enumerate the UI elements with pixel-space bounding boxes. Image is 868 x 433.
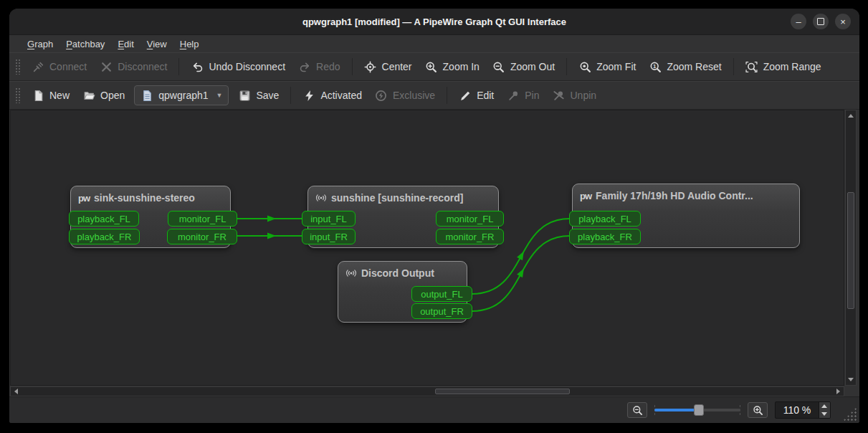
wire-arrowhead-icon <box>517 269 524 278</box>
dropdown-caret-icon[interactable]: ▼ <box>216 92 223 99</box>
activated-icon <box>302 89 315 102</box>
new-icon <box>32 89 44 102</box>
edit-button[interactable]: Edit <box>452 85 500 106</box>
zoom-fit-button[interactable]: Zoom Fit <box>572 56 642 77</box>
new-button[interactable]: New <box>25 85 76 106</box>
wire-arrowhead-icon <box>517 252 524 261</box>
window-controls: –× <box>791 14 851 29</box>
menu-patchbay[interactable]: Patchbay <box>59 37 111 51</box>
spin-up-icon[interactable] <box>819 402 830 410</box>
zoom-in-button[interactable]: Zoom In <box>419 56 486 77</box>
graph-viewport[interactable]: pwsink-sunshine-stereoplayback_FLplaybac… <box>10 110 844 386</box>
port-monitor_FR[interactable]: monitor_FR <box>436 229 504 244</box>
zoom-slider-handle[interactable] <box>694 404 704 416</box>
zoom-in-small-button[interactable] <box>748 402 768 418</box>
zoom-range-button[interactable]: Zoom Range <box>739 56 828 77</box>
menu-help[interactable]: Help <box>173 37 206 51</box>
window-title: qpwgraph1 [modified] — A PipeWire Graph … <box>9 9 859 34</box>
magnifier-plus-icon <box>751 404 764 417</box>
button-label: Save <box>256 90 279 101</box>
patchbay-profile-dropdown-button[interactable]: qpwgraph1▼ <box>134 85 229 105</box>
scroll-down-icon[interactable] <box>848 378 854 381</box>
zoom-out-button[interactable]: Zoom Out <box>486 56 561 77</box>
port-input_FR[interactable]: input_FR <box>302 229 356 244</box>
maximize-button[interactable] <box>813 14 829 29</box>
zoom-fit-icon <box>578 60 591 73</box>
screen: qpwgraph1 [modified] — A PipeWire Graph … <box>0 0 868 433</box>
wire-arrowhead-icon <box>267 216 276 222</box>
open-icon <box>82 89 95 102</box>
toolbar-separator <box>178 58 179 75</box>
button-label: Activated <box>320 90 362 101</box>
connect-button[interactable]: Connect <box>25 56 93 77</box>
port-monitor_FL[interactable]: monitor_FL <box>168 211 237 227</box>
port-monitor_FR[interactable]: monitor_FR <box>167 229 237 244</box>
zoom-spinbox[interactable]: 110 % <box>775 401 831 419</box>
audio-icon <box>315 192 327 204</box>
spin-down-icon[interactable] <box>819 410 830 418</box>
pin-icon <box>507 89 520 102</box>
node-title: Family 17h/19h HD Audio Contr... <box>596 190 753 201</box>
zoom-in-icon <box>425 60 438 73</box>
exclusive-icon <box>375 89 388 102</box>
svg-text:1: 1 <box>653 62 657 69</box>
zoom-out-small-button[interactable] <box>627 402 647 418</box>
port-input_FL[interactable]: input_FL <box>302 211 356 227</box>
zoom-reset-button[interactable]: 1Zoom Reset <box>642 56 728 77</box>
pin-button[interactable]: Pin <box>500 85 545 106</box>
vertical-scrollbar[interactable] <box>845 110 857 386</box>
button-label: Zoom Fit <box>596 61 636 72</box>
redo-button[interactable]: Redo <box>292 56 346 77</box>
magnifier-minus-icon <box>631 404 644 417</box>
port-output_FL[interactable]: output_FL <box>411 286 472 302</box>
scroll-up-icon[interactable] <box>848 114 854 118</box>
close-button[interactable]: × <box>835 14 851 29</box>
button-label: Connect <box>49 61 87 72</box>
button-label: Exclusive <box>393 90 435 101</box>
button-label: Zoom Range <box>763 61 821 72</box>
save-button[interactable]: Save <box>232 85 285 106</box>
center-button[interactable]: Center <box>358 56 419 77</box>
menu-edit[interactable]: Edit <box>111 37 140 51</box>
scroll-right-icon[interactable] <box>836 389 840 394</box>
statusbar: 110 % <box>9 396 859 423</box>
disconnect-button[interactable]: Disconnect <box>93 56 173 77</box>
window-resize-grip[interactable] <box>843 407 857 421</box>
audio-icon <box>345 267 357 279</box>
button-label: New <box>49 90 70 101</box>
zoom-slider[interactable] <box>654 403 740 417</box>
scroll-left-icon[interactable] <box>14 389 18 394</box>
unpin-button[interactable]: Unpin <box>545 85 603 106</box>
toolbar-drag-handle[interactable] <box>15 87 20 103</box>
open-button[interactable]: Open <box>76 85 131 106</box>
button-label: Redo <box>316 61 340 72</box>
toolbar-drag-handle[interactable] <box>15 59 20 75</box>
undo-disconnect-button[interactable]: Undo Disconnect <box>184 56 292 77</box>
titlebar[interactable]: qpwgraph1 [modified] — A PipeWire Graph … <box>9 9 859 35</box>
toolbar-separator <box>290 87 291 104</box>
menu-view[interactable]: View <box>140 37 173 51</box>
port-monitor_FL[interactable]: monitor_FL <box>436 211 504 227</box>
unpin-icon <box>552 89 565 102</box>
horizontal-scrollbar-thumb[interactable] <box>435 389 570 394</box>
port-playback_FL[interactable]: playback_FL <box>69 211 139 227</box>
port-output_FR[interactable]: output_FR <box>411 303 472 319</box>
disconnect-icon <box>100 60 113 73</box>
button-label: Edit <box>477 90 494 101</box>
port-playback_FL[interactable]: playback_FL <box>569 211 641 227</box>
file-icon <box>140 89 153 102</box>
port-playback_FR[interactable]: playback_FR <box>69 229 140 244</box>
menu-graph[interactable]: Graph <box>21 37 59 51</box>
redo-icon <box>298 60 311 73</box>
horizontal-scrollbar[interactable] <box>10 386 844 396</box>
button-label: Zoom In <box>443 61 480 72</box>
activated-button[interactable]: Activated <box>296 85 368 106</box>
toolbar-separator <box>352 58 353 75</box>
port-playback_FR[interactable]: playback_FR <box>569 229 641 244</box>
exclusive-button[interactable]: Exclusive <box>368 85 442 106</box>
button-label: qpwgraph1 <box>158 90 208 101</box>
minimize-button[interactable]: – <box>791 14 806 29</box>
vertical-scrollbar-thumb[interactable] <box>847 192 854 309</box>
graph-canvas-area: pwsink-sunshine-stereoplayback_FLplaybac… <box>9 110 859 396</box>
toolbar-separator <box>566 58 567 75</box>
